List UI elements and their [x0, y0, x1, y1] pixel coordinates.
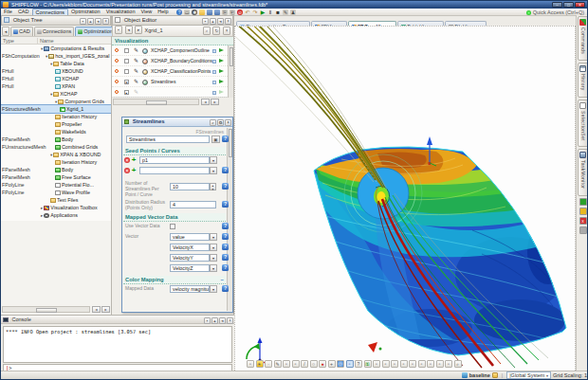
grid-icon[interactable]: ▫	[247, 360, 254, 368]
pause-icon[interactable]: ‖	[267, 9, 273, 15]
remove-seed-icon[interactable]: ×	[124, 168, 130, 173]
menu-item-view[interactable]: View	[138, 9, 155, 15]
search-icon[interactable]: ⌕	[454, 360, 462, 368]
show-arrow-icon[interactable]	[219, 69, 224, 73]
visibility-checkbox[interactable]	[124, 48, 129, 53]
expand-closed-icon[interactable]: ▸	[41, 213, 43, 218]
panel-float-icon[interactable]: ▴	[210, 18, 216, 25]
save-all-icon[interactable]	[214, 9, 220, 15]
collapse-icon[interactable]: −	[221, 276, 224, 284]
dropdown-arrow-icon[interactable]: ▾	[210, 156, 217, 164]
help-icon[interactable]: ?	[222, 167, 229, 173]
options-icon[interactable]	[212, 49, 216, 53]
help-icon[interactable]: ?	[222, 285, 229, 292]
tree-h-scrollbar[interactable]: ◂ ▸	[2, 305, 111, 314]
tree-row[interactable]: FStructuredMeshXgrid_1	[1, 105, 111, 113]
help-icon[interactable]: ?	[222, 183, 229, 190]
visualization-section-header[interactable]: Visualization	[112, 37, 233, 45]
distribution-radius-field[interactable]: 4	[170, 201, 216, 208]
tree-row[interactable]: Wakefields	[1, 128, 111, 136]
add-icon[interactable]: +	[328, 360, 336, 368]
rotate-z-icon[interactable]: ▫	[400, 360, 408, 368]
panel-float-icon[interactable]: ▴	[211, 317, 218, 324]
help-icon[interactable]: ?	[222, 233, 229, 240]
history-icon[interactable]: ▪	[115, 26, 122, 34]
close-button[interactable]: ×	[575, 2, 585, 8]
panel-dock-icon[interactable]: ◂	[219, 317, 226, 324]
tree-row[interactable]: ▾Component Grids	[1, 98, 111, 105]
box-icon[interactable]: ▫	[292, 360, 300, 368]
edit-icon[interactable]: ✎	[134, 56, 138, 66]
tree-row[interactable]: Text Files	[1, 196, 111, 204]
tree-row[interactable]: FUnstructuredMeshCombined Grids	[1, 143, 111, 151]
title-bar[interactable]: SHIPFLOW - C:/Users/ekblom/Documents/Pre…	[1, 1, 587, 9]
tree-column-header[interactable]: Type Name	[1, 37, 111, 45]
tree-row[interactable]: Iteration History	[1, 158, 111, 166]
tree-row[interactable]: ▸Visualization Toolbox	[1, 204, 111, 211]
view-side-icon[interactable]: ▫	[427, 360, 434, 368]
open-folder-icon[interactable]	[199, 9, 205, 15]
tree-row[interactable]: Iteration History	[1, 113, 111, 120]
tree-row[interactable]: FPolyLineWave Profile	[1, 189, 111, 196]
panel-dock-icon[interactable]: ◂	[217, 18, 224, 25]
tree-row[interactable]: FShComputation▾hcs_import_IGES_zonal	[1, 52, 111, 60]
options-icon[interactable]	[212, 70, 216, 74]
abort-icon[interactable]: ⊘	[237, 9, 243, 15]
tree-row[interactable]: FPanelMeshBody	[1, 166, 111, 173]
minimize-button[interactable]: −	[552, 2, 562, 8]
viz-v-scrollbar[interactable]	[228, 45, 233, 98]
image-button[interactable]: ▣	[211, 136, 220, 143]
seed-point-field[interactable]	[139, 167, 210, 174]
right-tab-commands[interactable]: Commands	[578, 16, 588, 61]
undo-icon[interactable]: ↶	[245, 9, 250, 15]
search-icon[interactable]: ⌕	[203, 27, 211, 35]
name-field[interactable]: Streamlines	[126, 136, 210, 143]
menu-item-help[interactable]: Help	[155, 9, 171, 15]
show-arrow-icon[interactable]	[219, 90, 224, 94]
right-tab-taskmonitor[interactable]: TaskMonitor	[578, 149, 588, 195]
panel-close-icon[interactable]: ×	[102, 18, 109, 25]
visibility-checkbox[interactable]	[124, 59, 129, 63]
panel-pin-icon[interactable]: ▪	[204, 317, 211, 324]
panel-duplicate-icon[interactable]: ⧉	[217, 119, 224, 126]
object-tree-header[interactable]: Object Tree ▪ ▴ ◂ ×	[1, 15, 111, 26]
visualization-item[interactable]: ×✎Streamlines	[112, 77, 233, 87]
expand-closed-icon[interactable]: ▸	[41, 206, 43, 210]
scroll-left-icon[interactable]: ◂	[201, 99, 210, 105]
tree-row[interactable]: Propeller	[1, 120, 111, 128]
use-vector-data-checkbox[interactable]	[170, 224, 175, 229]
tree-row[interactable]: FHullXPAN	[1, 82, 111, 90]
expand-open-icon[interactable]: ▾	[50, 153, 52, 157]
tree-row[interactable]: FHullXBOUND	[1, 67, 111, 75]
remove-seed-icon[interactable]: ×	[124, 157, 130, 163]
maximize-button[interactable]: □	[563, 2, 574, 8]
visibility-checkbox[interactable]: ×	[124, 80, 129, 84]
dropdown-arrow-icon[interactable]: ▾	[210, 167, 217, 174]
refresh-icon[interactable]: ↻	[212, 27, 220, 35]
expand-open-icon[interactable]: ▾	[41, 46, 43, 51]
paste-icon[interactable]: ⎗	[230, 9, 235, 15]
panel-close-icon[interactable]: ×	[225, 119, 231, 126]
options-icon[interactable]	[212, 91, 216, 95]
panel-v-scrollbar[interactable]	[227, 128, 232, 311]
nav-forward-icon[interactable]: ▸	[135, 26, 142, 34]
edit-icon[interactable]: ✎	[134, 77, 138, 87]
3d-canvas[interactable]: ▫☀·✎▫▫/○●+▫▫?⚿▫▫▫▫▫▫▫▫▫⌕	[234, 26, 576, 372]
tree-row[interactable]: FPolyLinePotential Flo...	[1, 181, 111, 189]
edit-icon[interactable]: ✎	[134, 87, 138, 98]
help-icon[interactable]: ?	[222, 244, 229, 250]
view-top-icon[interactable]: ▫	[409, 360, 416, 368]
tree-row[interactable]: FHullXCHAP	[1, 75, 111, 82]
menu-item-optimization[interactable]: Optimization	[68, 9, 103, 15]
streamlines-panel-header[interactable]: Streamlines ⌕ ⧉ ×	[122, 118, 232, 127]
seed-point-field[interactable]: p1	[139, 156, 210, 164]
tree-row[interactable]: ▾Table Data	[1, 60, 111, 67]
options-icon[interactable]	[212, 81, 216, 84]
panel-dock-icon[interactable]: ◂	[95, 18, 101, 25]
panel-pin-icon[interactable]: ▪	[202, 18, 209, 25]
scroll-thumb[interactable]	[230, 47, 234, 66]
dropdown-arrow-icon[interactable]: ▾	[210, 285, 217, 293]
pan-icon[interactable]: ▫	[373, 360, 380, 368]
render-state-icon[interactable]	[115, 69, 119, 73]
dock-tab-scroll-icon[interactable]: ◂	[2, 27, 9, 36]
